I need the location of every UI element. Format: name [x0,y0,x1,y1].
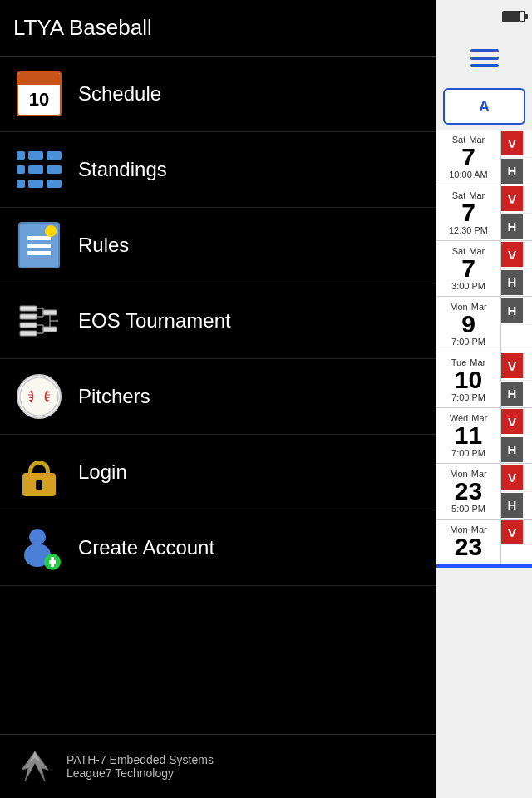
footer: PATH-7 Embedded Systems League7 Technolo… [0,734,436,798]
team-row-h-1: H [501,158,532,185]
rules-icon [13,219,65,271]
ham-line-2 [470,57,499,60]
schedule-date-3: Sat Mar 7 3:00 PM [436,241,501,296]
schedule-num-6: 11 [455,423,482,448]
schedule-time-3: 3:00 PM [451,281,485,291]
svg-rect-1 [20,314,37,319]
battery-fill [504,12,520,21]
schedule-time-1: 10:00 AM [449,170,487,180]
cal-header [18,73,60,85]
schedule-time-7: 5:00 PM [451,504,485,514]
create-icon-graphic [16,524,62,572]
create-label: Create Account [78,536,214,559]
rules-label: Rules [78,234,129,257]
schedule-item-2[interactable]: Sat Mar 7 12:30 PM V H [436,185,532,241]
schedule-item-3[interactable]: Sat Mar 7 3:00 PM V H [436,241,532,297]
standings-icon [13,144,65,195]
schedule-teams-5: V H [501,352,532,407]
eos-label: EOS Tournament [78,309,231,332]
menu-item-eos[interactable]: EOS Tournament [0,283,436,359]
schedule-icon: 10 [13,68,65,120]
login-label: Login [78,461,127,484]
schedule-teams-8: V [501,520,532,564]
svg-rect-15 [43,327,57,332]
footer-logo-icon [13,745,57,788]
filter-button[interactable]: A [443,88,525,125]
team-v-badge-1: V [501,131,523,155]
svg-rect-2 [20,323,37,328]
menu-item-rules[interactable]: Rules [0,208,436,283]
schedule-num-7: 23 [455,479,482,504]
login-icon [13,446,65,498]
schedule-list: Sat Mar 7 10:00 AM V H Sat Mar [436,130,532,798]
schedule-date-5: Tue Mar 10 7:00 PM [436,352,501,407]
schedule-time-5: 7:00 PM [451,392,485,402]
hamburger-area[interactable] [436,33,532,83]
team-row-v-1: V [501,130,532,158]
schedule-time-2: 12:30 PM [449,225,488,235]
eos-icon [13,295,65,347]
standings-icon-graphic [17,151,62,188]
pitchers-icon [13,371,65,422]
filter-label: A [479,98,490,116]
footer-text: PATH-7 Embedded Systems League7 Technolo… [66,753,214,780]
lock-shackle [28,461,50,474]
schedule-date-2: Sat Mar 7 12:30 PM [436,185,501,240]
schedule-item-8[interactable]: Mon Mar 23 V [436,520,532,568]
schedule-teams-1: V H [501,130,532,185]
status-bar [436,0,532,33]
battery-icon [502,11,525,22]
schedule-label: Schedule [78,82,161,106]
ham-line-3 [470,64,499,67]
schedule-date-6: Wed Mar 11 7:00 PM [436,408,501,463]
create-icon [13,522,65,574]
lock-icon-graphic [18,448,60,496]
schedule-item-6[interactable]: Wed Mar 11 7:00 PM V H [436,408,532,464]
right-panel: A Sat Mar 7 10:00 AM V H [436,0,532,798]
menu-item-login[interactable]: Login [0,435,436,510]
app-title: LTYA Baseball [13,15,152,41]
calendar-icon: 10 [17,71,62,116]
menu-item-standings[interactable]: Standings [0,132,436,208]
schedule-num-4: 9 [461,312,475,337]
lock-body [22,473,56,496]
schedule-item-7[interactable]: Mon Mar 23 5:00 PM V H [436,464,532,520]
svg-rect-14 [43,310,57,315]
footer-line1: PATH-7 Embedded Systems [66,753,214,766]
menu-item-create[interactable]: Create Account [0,510,436,586]
hamburger-menu[interactable] [470,49,499,67]
schedule-item-5[interactable]: Tue Mar 10 7:00 PM V H [436,352,532,408]
schedule-teams-6: V H [501,408,532,463]
baseball-icon-graphic [17,374,62,419]
top-bar: LTYA Baseball [0,0,436,57]
schedule-teams-7: V H [501,464,532,519]
schedule-date-4: Mon Mar 9 7:00 PM [436,297,501,352]
svg-rect-3 [20,331,37,336]
team-h-badge-1: H [501,159,523,184]
svg-rect-0 [20,306,37,311]
schedule-item-1[interactable]: Sat Mar 7 10:00 AM V H [436,130,532,185]
schedule-teams-4: H [501,297,532,352]
svg-rect-29 [51,557,54,567]
schedule-time-6: 7:00 PM [451,448,485,458]
schedule-date-8: Mon Mar 23 [436,520,501,564]
menu-item-schedule[interactable]: 10 Schedule [0,57,436,132]
pitchers-label: Pitchers [78,385,150,408]
schedule-item-4[interactable]: Mon Mar 9 7:00 PM H [436,297,532,352]
schedule-date-1: Sat Mar 7 10:00 AM [436,130,501,185]
rules-icon-graphic [18,222,60,268]
schedule-time-4: 7:00 PM [451,337,485,347]
schedule-num-3: 7 [461,256,475,281]
schedule-num-1: 7 [461,145,475,170]
svg-point-16 [20,377,58,416]
standings-label: Standings [78,158,167,181]
cal-body: 10 [18,85,60,115]
schedule-num-2: 7 [461,200,475,225]
schedule-teams-2: V H [501,185,532,240]
eos-icon-graphic [16,301,62,341]
menu-item-pitchers[interactable]: Pitchers [0,359,436,435]
schedule-num-8: 23 [455,534,482,559]
ham-line-1 [470,49,499,52]
lock-keyhole [36,480,42,490]
schedule-teams-3: V H [501,241,532,296]
